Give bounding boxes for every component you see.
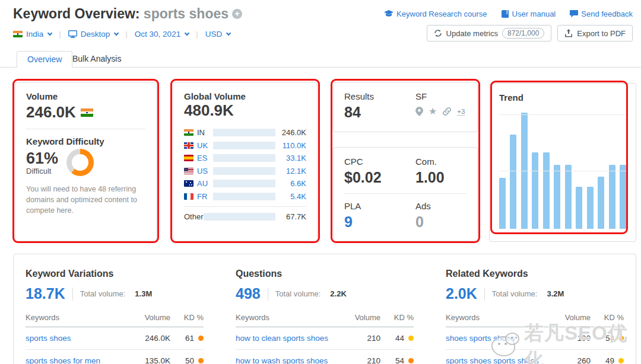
geo-row-es[interactable]: ES 33.1K <box>184 152 306 165</box>
book-icon <box>502 10 509 18</box>
sf-more-badge[interactable]: +3 <box>457 108 465 116</box>
results-label: Results <box>344 91 415 101</box>
export-pdf-button[interactable]: Export to PDF <box>557 25 633 41</box>
volume-label: Volume <box>26 91 145 101</box>
keyword-difficulty-label: Keyword Difficulty <box>26 136 145 146</box>
chevron-down-icon <box>185 31 189 36</box>
uk-flag-icon <box>184 142 193 149</box>
india-flag-icon <box>81 108 93 117</box>
kd-dot <box>198 336 204 341</box>
geo-row-au[interactable]: AU 6.6K <box>184 177 306 190</box>
keyword-variations-section: Keyword Variations 18.7K Total volume: 1… <box>26 264 204 364</box>
keyword-overview-page: Keyword Overview: sports shoes+ Keyword … <box>0 0 641 364</box>
kd-dot <box>618 358 624 363</box>
com-value: 1.00 <box>415 169 445 186</box>
update-metrics-button[interactable]: Update metrics 872/1,000 <box>427 25 552 41</box>
geo-bar <box>213 167 275 175</box>
star-icon: ★ <box>429 108 437 115</box>
table-row: sports shoes sports shoes 260 49 <box>446 350 624 364</box>
cpc-card: CPC $0.02 Com. 1.00 PLA 9 Ads 0 <box>333 147 478 241</box>
section-count[interactable]: 2.0K <box>446 285 477 302</box>
kd-dot <box>408 358 414 363</box>
refresh-icon <box>434 29 442 37</box>
geo-row-in: IN 246.0K <box>184 126 306 139</box>
geo-row-uk[interactable]: UK 110.0K <box>184 139 306 152</box>
link-icon <box>442 107 452 116</box>
related-keywords-table: Keywords Volume KD % shoes sports shoes … <box>446 309 624 364</box>
geo-bar <box>204 213 275 221</box>
section-title: Keyword Variations <box>26 269 204 279</box>
kd-donut-chart <box>66 149 94 176</box>
keyword-ideas-card: Keyword Variations 18.7K Total volume: 1… <box>13 254 636 364</box>
page-title-keyword: sports shoes <box>144 6 229 21</box>
geo-row-fr[interactable]: FR 5.4K <box>184 190 306 203</box>
section-count[interactable]: 18.7K <box>26 285 65 302</box>
questions-table: Keywords Volume KD % how to clean sports… <box>236 309 414 364</box>
user-manual-link[interactable]: User manual <box>502 9 556 18</box>
pla-value[interactable]: 9 <box>344 213 415 231</box>
kd-dot <box>618 336 624 341</box>
table-row: sports shoes 246.0K 61 <box>26 327 204 350</box>
keyword-link[interactable]: shoes sports shoes <box>446 334 515 343</box>
kd-dot <box>408 336 414 341</box>
device-filter[interactable]: Desktop <box>68 30 119 39</box>
trend-bar <box>510 135 516 229</box>
filter-bar: India | Desktop | Oct 30, 2021 | USD <box>13 30 230 39</box>
keyword-variations-table: Keywords Volume KD % sports shoes 246.0K… <box>26 309 204 364</box>
keyword-link[interactable]: sports shoes for men <box>26 356 100 364</box>
quota-badge: 872/1,000 <box>502 28 544 39</box>
section-title: Questions <box>236 269 414 279</box>
trend-bar-chart <box>499 113 626 229</box>
tab-bulk-analysis[interactable]: Bulk Analysis <box>62 51 131 68</box>
keyword-link[interactable]: how to wash sports shoes <box>236 356 328 364</box>
geo-bar <box>213 154 275 162</box>
kd-dot <box>198 358 204 363</box>
table-row: how to wash sports shoes 210 54 <box>236 350 414 364</box>
gridline <box>499 114 626 115</box>
sf-label: SF <box>415 91 465 101</box>
gridline <box>499 171 626 171</box>
geo-row-other: Other 67.7K <box>184 210 306 223</box>
chevron-down-icon <box>47 31 52 36</box>
send-feedback-link[interactable]: Send feedback <box>570 9 633 18</box>
keyword-link[interactable]: how to clean sports shoes <box>236 334 328 343</box>
trend-bar <box>576 187 582 229</box>
geo-row-us[interactable]: US 12.1K <box>184 165 306 178</box>
date-filter[interactable]: Oct 30, 2021 <box>135 30 189 39</box>
header-buttons: Update metrics 872/1,000 Export to PDF <box>427 25 633 41</box>
com-label: Com. <box>415 157 445 167</box>
country-filter[interactable]: India <box>13 30 52 39</box>
currency-filter[interactable]: USD <box>205 30 231 39</box>
section-count[interactable]: 498 <box>236 285 261 302</box>
keyword-link[interactable]: sports shoes <box>26 334 71 343</box>
export-icon <box>564 29 573 37</box>
kd-note: You will need to have 48 referring domai… <box>26 184 145 216</box>
add-keyword-icon[interactable]: + <box>232 9 242 19</box>
pla-label: PLA <box>344 201 415 211</box>
keyword-research-course-link[interactable]: Keyword Research course <box>384 9 487 18</box>
table-row: sports shoes for men 135.0K 50 <box>26 350 204 364</box>
au-flag-icon <box>184 180 193 187</box>
results-value: 84 <box>344 104 415 121</box>
ads-label: Ads <box>415 201 431 211</box>
global-volume-card: Global Volume 480.9K IN 246.0K UK 110.0K… <box>173 82 318 241</box>
global-volume-value: 480.9K <box>184 101 306 120</box>
page-title: Keyword Overview: sports shoes+ <box>13 6 242 22</box>
es-flag-icon <box>184 155 193 161</box>
trend-label: Trend <box>499 92 626 103</box>
location-pin-icon <box>415 107 423 116</box>
geo-distribution: IN 246.0K UK 110.0K ES 33.1K US 12.1K <box>184 126 306 223</box>
keyword-link[interactable]: sports shoes sports shoes <box>446 356 539 364</box>
in-flag-icon <box>184 129 193 136</box>
trend-bar <box>532 152 538 229</box>
fr-flag-icon <box>184 193 193 200</box>
feedback-bubble-icon <box>570 10 578 18</box>
trend-bar <box>499 178 506 229</box>
geo-bar <box>213 193 275 200</box>
india-flag-icon <box>13 31 23 37</box>
trend-bar <box>620 165 626 229</box>
table-row: shoes sports shoes 190 54 <box>446 327 624 350</box>
trend-card: Trend <box>489 83 636 242</box>
trend-bar <box>554 165 560 229</box>
volume-value: 246.0K <box>26 103 76 122</box>
